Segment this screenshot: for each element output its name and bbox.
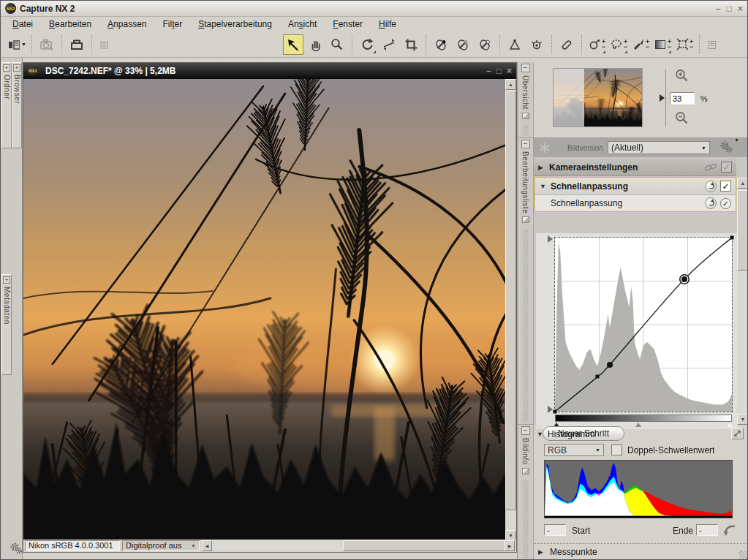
schnellanpassung-header[interactable]: ▼ Schnellanpassung ✓ bbox=[535, 178, 736, 195]
expand-triangle-icon[interactable]: ▶ bbox=[538, 164, 545, 171]
double-threshold-checkbox[interactable] bbox=[611, 444, 622, 455]
menu-stapelverarbeitung[interactable]: Stapelverarbeitung bbox=[191, 18, 279, 31]
collapse-icon[interactable]: − bbox=[521, 64, 530, 72]
image-minimize-button[interactable]: – bbox=[486, 66, 491, 76]
batch-gear-button[interactable]: ▼ bbox=[719, 140, 733, 155]
curve-point-0[interactable] bbox=[554, 410, 557, 414]
tab-bildinfo[interactable]: Bildinfo bbox=[521, 438, 529, 465]
zoom-out-button[interactable] bbox=[673, 109, 692, 128]
proof-mode-dropdown[interactable]: Digitalproof aus ▼ bbox=[122, 540, 200, 551]
red-eye-control-point-button[interactable] bbox=[526, 34, 547, 55]
image-maximize-button[interactable]: □ bbox=[496, 66, 502, 76]
curve-point-4[interactable] bbox=[730, 236, 734, 240]
detach-panel-button[interactable] bbox=[731, 428, 744, 439]
lasso-tool-button[interactable]: +− bbox=[608, 34, 629, 55]
navigator-thumbnail[interactable] bbox=[553, 68, 643, 127]
image-window-titlebar[interactable]: NX2 DSC_7242.NEF* @ 33% | 5,2MB – □ × bbox=[23, 63, 516, 79]
scroll-right-button[interactable]: ▶ bbox=[505, 540, 515, 551]
straighten-tool-button[interactable] bbox=[379, 34, 399, 55]
selection-gradient-button[interactable]: +− bbox=[652, 34, 673, 55]
black-output-slider[interactable] bbox=[548, 406, 553, 413]
black-point-eyedropper-button[interactable] bbox=[431, 34, 451, 55]
expand-icon[interactable]: + bbox=[3, 64, 10, 72]
tab-ordner[interactable]: + Ordner bbox=[1, 62, 12, 148]
menu-fenster[interactable]: Fenster bbox=[325, 18, 370, 31]
print-button[interactable] bbox=[67, 34, 87, 55]
image-close-button[interactable]: × bbox=[507, 66, 512, 76]
hand-tool-button[interactable] bbox=[305, 34, 325, 55]
drag-handle[interactable] bbox=[523, 125, 529, 136]
scroll-left-button[interactable]: ◀ bbox=[202, 540, 212, 551]
apply-toggle[interactable]: ✓ bbox=[720, 198, 731, 209]
vscroll-thumb[interactable] bbox=[505, 91, 516, 510]
minimize-button[interactable]: – bbox=[716, 4, 721, 14]
direct-select-tool-button[interactable] bbox=[283, 34, 303, 55]
tab-bearbeitungsliste[interactable]: Bearbeitungsliste bbox=[521, 151, 529, 213]
selection-brush-button[interactable]: +− bbox=[630, 34, 651, 55]
fill-remove-selection-button[interactable]: +− bbox=[674, 34, 695, 55]
tone-curve-plot[interactable] bbox=[555, 238, 732, 412]
zoom-in-button[interactable] bbox=[673, 67, 692, 86]
collapse-icon[interactable]: − bbox=[521, 140, 530, 148]
expand-icon[interactable]: + bbox=[3, 276, 10, 284]
photo-canvas[interactable] bbox=[23, 79, 507, 541]
start-input[interactable] bbox=[544, 524, 566, 536]
vertical-scrollbar[interactable]: ▲ ▼ bbox=[505, 79, 516, 541]
horizontal-scrollbar[interactable]: ◀ ▶ bbox=[202, 540, 515, 551]
expand-triangle-icon[interactable]: ▶ bbox=[538, 548, 545, 556]
section-messpunkte[interactable]: ▶ Messpunkte bbox=[534, 543, 748, 559]
end-input[interactable] bbox=[696, 524, 718, 536]
tab-browser[interactable]: + Browser bbox=[12, 62, 22, 148]
scroll-up-button[interactable]: ▲ bbox=[505, 79, 516, 90]
auto-retouch-brush-button[interactable] bbox=[556, 34, 577, 55]
drag-handle[interactable] bbox=[523, 480, 529, 559]
edit-list-notepad-button[interactable] bbox=[704, 37, 720, 53]
channel-dropdown[interactable]: RGB ▼ bbox=[544, 444, 604, 456]
dock-icon[interactable] bbox=[522, 468, 529, 474]
menu-bearbeiten[interactable]: Bearbeiten bbox=[42, 18, 99, 31]
edit-list-scrollbar[interactable]: ▲ ▼ bbox=[737, 178, 748, 425]
scroll-up-button[interactable]: ▲ bbox=[737, 178, 748, 189]
tab-uebersicht[interactable]: Übersicht bbox=[521, 75, 529, 110]
drag-handle[interactable] bbox=[523, 229, 529, 423]
reset-button[interactable] bbox=[705, 197, 717, 209]
menu-hilfe[interactable]: Hilfe bbox=[371, 18, 404, 31]
camera-control-button[interactable] bbox=[37, 34, 57, 55]
collapse-icon[interactable]: − bbox=[521, 426, 530, 435]
maximize-button[interactable]: □ bbox=[727, 4, 732, 14]
resize-grip[interactable] bbox=[739, 550, 748, 559]
schnellanpassung-subitem[interactable]: Schnellanpassung ✓ bbox=[535, 195, 736, 211]
curve-point-1[interactable] bbox=[596, 375, 600, 379]
scroll-thumb[interactable] bbox=[737, 190, 748, 270]
dock-icon[interactable] bbox=[522, 216, 529, 223]
workspace-toggle-button[interactable]: ▼ bbox=[7, 34, 27, 55]
apply-checkbox[interactable]: ✓ bbox=[720, 181, 731, 192]
menu-ansicht[interactable]: Ansicht bbox=[281, 18, 324, 31]
crop-tool-button[interactable] bbox=[401, 34, 421, 55]
zoom-tool-button[interactable] bbox=[327, 34, 347, 55]
tab-metadaten[interactable]: + Metadaten bbox=[1, 274, 12, 375]
version-dropdown[interactable]: (Aktuell) ▼ bbox=[608, 141, 710, 154]
close-button[interactable]: × bbox=[738, 4, 743, 14]
reset-button[interactable] bbox=[705, 181, 717, 192]
collapse-triangle-icon[interactable]: ▼ bbox=[540, 183, 547, 190]
collapse-triangle-icon[interactable]: ▼ bbox=[537, 431, 544, 438]
color-control-point-button[interactable] bbox=[505, 34, 525, 55]
zoom-percent-input[interactable] bbox=[670, 92, 695, 105]
gray-point-eyedropper-button[interactable] bbox=[453, 34, 473, 55]
menu-filter[interactable]: Filter bbox=[155, 18, 189, 31]
rotate-tool-button[interactable] bbox=[357, 34, 377, 55]
white-point-eyedropper-button[interactable] bbox=[475, 34, 495, 55]
hscroll-thumb[interactable] bbox=[343, 540, 506, 551]
selection-control-point-button[interactable]: +− bbox=[586, 34, 607, 55]
menu-datei[interactable]: Datei bbox=[5, 18, 40, 31]
reset-threshold-button[interactable] bbox=[722, 523, 737, 539]
histogram-section-header[interactable]: ▼ Histogramm bbox=[537, 429, 595, 439]
section-kameraeinstellungen[interactable]: ▶ Kameraeinstellungen ✓ bbox=[534, 159, 736, 176]
dock-icon[interactable] bbox=[522, 113, 529, 119]
white-output-slider[interactable] bbox=[548, 235, 553, 243]
curve-control-points[interactable] bbox=[555, 238, 732, 412]
menu-anpassen[interactable]: Anpassen bbox=[100, 18, 154, 31]
mini-edit-button[interactable] bbox=[97, 37, 113, 53]
scroll-down-button[interactable]: ▼ bbox=[737, 414, 748, 425]
